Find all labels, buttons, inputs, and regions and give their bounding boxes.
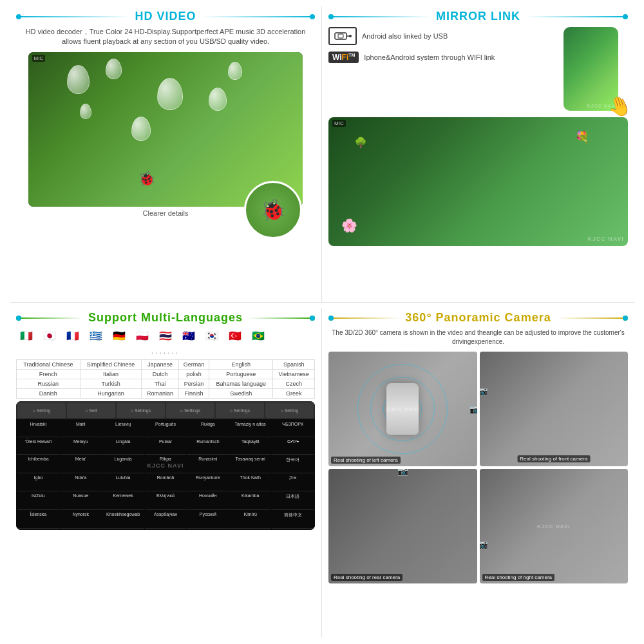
car-top-view xyxy=(386,383,419,435)
garden-icon: 🌸 xyxy=(341,218,357,233)
ladybug-zoom: 🐞 xyxy=(244,181,302,239)
bottom-section: Support Multi-Languages 🇮🇹 🇯🇵 🇫🇷 🇬🇷 🇩🇪 🇵… xyxy=(10,303,634,638)
mirror-screen-inner: MIC 🌸 🌳 💐 KJCC NAVI xyxy=(328,117,628,246)
lang-cell-22: Igbo xyxy=(17,474,59,491)
cell-french: French xyxy=(17,370,80,379)
flag-poland: 🇵🇱 xyxy=(132,328,153,343)
ladybug-main: 🐞 xyxy=(138,171,155,187)
car-top-view-container xyxy=(386,383,419,435)
flag-brazil: 🇧🇷 xyxy=(248,328,269,343)
lang-cell-2: Malti xyxy=(60,421,102,437)
lang-cell-4: Português xyxy=(145,421,187,437)
cell-russian: Russian xyxy=(17,379,80,389)
table-header-3: Japanese xyxy=(142,360,178,370)
lang-screen: ⌂ Setting ⌂ Sett ⌂ Settings ⌂ Settings ⌂… xyxy=(16,401,315,530)
lang-cell-24: Luluhia xyxy=(102,474,144,491)
cell-vietnamese: Vietnamese xyxy=(273,370,315,379)
lang-cell-26: Runyankore xyxy=(187,474,229,491)
lang-cell-28: אוק xyxy=(272,474,314,491)
lang-cell-42: 简体中文 xyxy=(272,511,314,529)
dot-line-right xyxy=(202,16,316,17)
flag-australia: 🇦🇺 xyxy=(178,328,199,343)
cell-polish: polish xyxy=(178,370,209,379)
lang-cell-34: Kikamba xyxy=(229,492,271,510)
pano-watermark-2: KJCC NAVI xyxy=(537,524,571,529)
top-section: HD VIDEO HD video decoder，True Color 24 … xyxy=(10,6,634,303)
lang-cell-39: Азэрбajчан xyxy=(145,511,187,529)
panoramic-panel: 360° Panoramic Camera The 3D/2D 360° cam… xyxy=(322,308,634,638)
mirror-screen-mic-label: MIC xyxy=(332,120,346,127)
lang-cell-32: Ελληνικά xyxy=(145,492,187,510)
table-header-2: Simplified Chinese xyxy=(80,360,142,370)
table-row: French Italian Dutch polish Portuguese V… xyxy=(17,370,315,379)
mirror-screen-container: MIC 🌸 🌳 💐 KJCC NAVI xyxy=(328,117,628,316)
cell-finnish: Finnish xyxy=(178,389,209,399)
lang-cell-1: Hrvatski xyxy=(17,421,59,437)
pano-dot-right xyxy=(556,317,628,319)
lang-cell-8: 'Ōlelo Hawai'i xyxy=(17,438,59,455)
droplet-6 xyxy=(228,62,242,80)
table-header-1: Traditional Chinese xyxy=(17,360,80,370)
lang-cell-27: Thok Nath xyxy=(229,474,271,491)
usb-icon xyxy=(328,27,357,45)
cell-dutch: Dutch xyxy=(142,370,178,379)
hd-video-description: HD video decoder，True Color 24 HD-Displa… xyxy=(16,27,315,47)
right-cam-icon: 📷 xyxy=(480,539,488,549)
droplet-2 xyxy=(106,59,122,79)
front-cam-icon: 📷 xyxy=(480,386,488,396)
lang-cell-31: Kernewek xyxy=(102,492,144,510)
cell-italian: Italian xyxy=(80,370,142,379)
cam-view-right: Real shooting of right camera 📷 KJCC NAV… xyxy=(480,469,629,583)
left-cam-icon: 📷 xyxy=(469,404,477,414)
lang-dot-left xyxy=(16,317,83,319)
cam-view-left: Real shooting of left camera 📷 KJCC NAVI xyxy=(328,352,477,466)
mirror-top: Android also linked by USB WiFiTM Iphone… xyxy=(328,27,628,111)
page-wrapper: HD VIDEO HD video decoder，True Color 24 … xyxy=(0,0,644,644)
lang-cell-5: Rukiga xyxy=(187,421,229,437)
lang-tab-5: ⌂ Settings xyxy=(216,402,264,418)
table-row: Russian Turkish Thai Persian Bahamas lan… xyxy=(17,379,315,389)
lang-tab-3: ⌂ Settings xyxy=(117,402,165,418)
lang-cell-6: Tamaziy n atlas xyxy=(229,421,271,437)
languages-title-row: Support Multi-Languages xyxy=(16,311,315,325)
lang-tab-4: ⌂ Settings xyxy=(166,402,214,418)
languages-table: Traditional Chinese Simplified Chinese J… xyxy=(16,359,315,399)
lang-cell-15: Ichibemba xyxy=(17,455,59,473)
cell-czech: Czech xyxy=(273,379,315,389)
flag-italy: 🇮🇹 xyxy=(16,328,37,343)
languages-title: Support Multi-Languages xyxy=(88,311,243,325)
flag-turkey: 🇹🇷 xyxy=(225,328,245,343)
cell-turkish: Turkish xyxy=(80,379,142,389)
cell-portuguese: Portuguese xyxy=(209,370,273,379)
cell-thai: Thai xyxy=(142,379,178,389)
lang-cell-19: Runasimi xyxy=(187,455,229,473)
lang-tab-6: ⌂ Setting xyxy=(265,402,314,418)
lang-cell-13: Taqbaylit xyxy=(229,438,271,455)
languages-panel: Support Multi-Languages 🇮🇹 🇯🇵 🇫🇷 🇬🇷 🇩🇪 🇵… xyxy=(10,308,322,638)
rear-cam-label: Real shooting of rear camera xyxy=(331,574,402,581)
lang-screen-body: Hrvatski Malti Lietuvių Português Rukiga… xyxy=(16,419,315,530)
lang-cell-9: Melayu xyxy=(60,438,102,455)
dots-row: ....... xyxy=(16,346,315,355)
hd-video-panel: HD VIDEO HD video decoder，True Color 24 … xyxy=(10,6,322,302)
table-header-5: English xyxy=(209,360,273,370)
cell-greek: Greek xyxy=(273,389,315,399)
mirror-content: Android also linked by USB WiFiTM Iphone… xyxy=(328,27,628,316)
lang-cell-20: Tasawaq senni xyxy=(229,455,271,473)
lang-cell-38: Khoekhoegowab xyxy=(102,511,144,529)
flag-thailand: 🇹🇭 xyxy=(155,328,176,343)
hd-video-title-row: HD VIDEO xyxy=(16,10,315,23)
lang-cell-17: Luganda xyxy=(102,455,144,473)
flag-france: 🇫🇷 xyxy=(62,328,83,343)
flag-greece: 🇬🇷 xyxy=(86,328,106,343)
mirror-dot-left xyxy=(328,16,431,17)
rear-cam-icon: 📷 xyxy=(397,469,408,476)
wifi-feature-row: WiFiTM Iphone&Android system through WIF… xyxy=(328,52,557,63)
cam-view-rear: Real shooting of rear camera 📷 xyxy=(328,469,477,583)
lang-cell-10: Lingála xyxy=(102,438,144,455)
lang-cell-3: Lietuvių xyxy=(102,421,144,437)
lang-tab-1: ⌂ Setting xyxy=(17,402,66,418)
screen-mic-label: MIC xyxy=(32,55,46,62)
mirror-dot-right xyxy=(526,16,628,17)
cell-bahamas: Bahamas language xyxy=(209,379,273,389)
